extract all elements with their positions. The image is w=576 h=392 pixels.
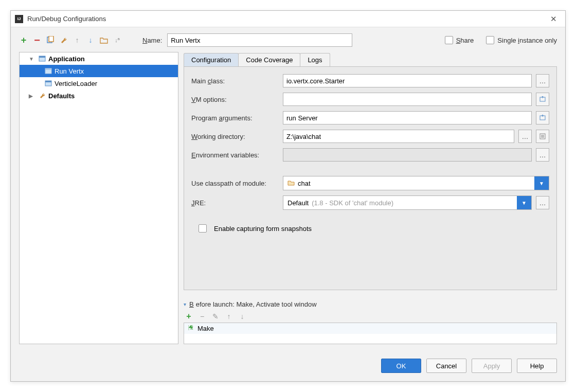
name-input[interactable]	[167, 33, 352, 47]
sort-button[interactable]: ↓ª	[113, 35, 122, 45]
browse-working-dir-button[interactable]: …	[518, 130, 532, 143]
program-args-input[interactable]	[283, 111, 532, 124]
cancel-button[interactable]: Cancel	[426, 359, 466, 373]
main-class-label: Main class:	[191, 77, 279, 85]
working-dir-input[interactable]	[283, 130, 514, 143]
svg-rect-5	[45, 68, 51, 70]
tab-configuration[interactable]: Configuration	[184, 53, 239, 66]
intellij-icon	[15, 15, 23, 23]
svg-rect-7	[45, 81, 51, 82]
jre-dropdown[interactable]: Default (1.8 - SDK of 'chat' module) ▼	[283, 195, 532, 210]
configuration-form: Main class: … VM options: Program argume…	[184, 66, 557, 290]
run-debug-dialog: Run/Debug Configurations ✕ + − ↑ ↓ ↓ª	[10, 10, 566, 382]
tree-node-defaults[interactable]: ▶ Defaults	[20, 90, 178, 102]
chevron-down-icon: ▼	[534, 176, 549, 190]
run-config-icon	[44, 67, 52, 75]
bl-edit-button[interactable]: ✎	[211, 312, 220, 320]
single-instance-checkbox[interactable]	[486, 36, 494, 44]
bl-remove-button[interactable]: −	[198, 312, 206, 320]
tree-node-application[interactable]: ▼ Application	[20, 52, 178, 65]
add-config-button[interactable]: +	[19, 35, 28, 45]
classpath-dropdown[interactable]: chat ▼	[283, 176, 549, 190]
name-label: Name:	[142, 37, 162, 44]
classpath-label: Use classpath of module:	[191, 180, 279, 187]
ok-button[interactable]: OK	[381, 359, 421, 373]
browse-main-class-button[interactable]: …	[536, 74, 549, 87]
tree-node-verticle-loader[interactable]: VerticleLoader	[20, 77, 178, 90]
dialog-buttons: OK Cancel Apply Help	[11, 350, 565, 381]
env-vars-input[interactable]	[283, 148, 532, 162]
bl-item-make[interactable]: 0101 Make	[184, 323, 556, 334]
remove-config-button[interactable]: −	[32, 35, 42, 45]
expand-vm-options-button[interactable]	[536, 93, 549, 106]
working-dir-list-button[interactable]	[536, 130, 549, 143]
program-args-label: Program arguments:	[191, 114, 279, 122]
svg-text:01: 01	[190, 327, 193, 330]
expand-program-args-button[interactable]	[536, 111, 549, 124]
vm-options-input[interactable]	[283, 93, 532, 106]
working-dir-label: Working directory:	[191, 133, 279, 140]
copy-config-button[interactable]	[46, 35, 55, 45]
move-down-button[interactable]: ↓	[86, 35, 95, 45]
folder-button[interactable]	[99, 35, 109, 45]
bl-down-button[interactable]: ↓	[238, 312, 246, 320]
edit-defaults-button[interactable]	[59, 35, 68, 45]
share-label: Share	[456, 37, 474, 44]
make-icon: 0101	[187, 324, 194, 333]
tab-logs[interactable]: Logs	[300, 53, 330, 66]
svg-rect-1	[49, 36, 53, 42]
enable-snapshots-checkbox[interactable]	[199, 224, 207, 233]
chevron-down-icon: ▼	[517, 196, 531, 209]
titlebar: Run/Debug Configurations ✕	[11, 11, 565, 27]
application-icon	[38, 55, 46, 63]
config-tree[interactable]: ▼ Application Run Vertx Verti	[19, 52, 178, 344]
env-vars-label: Environment variables:	[191, 151, 279, 159]
dialog-title: Run/Debug Configurations	[27, 15, 546, 23]
module-icon	[287, 179, 295, 188]
before-launch-header[interactable]: Before launch: Make, Activate tool windo…	[184, 300, 557, 308]
move-up-button[interactable]: ↑	[73, 35, 82, 45]
run-config-icon	[44, 79, 52, 87]
single-instance-label: Single instance only	[497, 37, 557, 44]
browse-env-vars-button[interactable]: …	[536, 148, 549, 162]
close-icon[interactable]: ✕	[546, 12, 561, 26]
enable-snapshots-label: Enable capturing form snapshots	[214, 225, 312, 233]
svg-rect-3	[39, 56, 45, 58]
tree-node-run-vertx[interactable]: Run Vertx	[20, 65, 178, 77]
tab-code-coverage[interactable]: Code Coverage	[238, 53, 300, 66]
config-tabs: Configuration Code Coverage Logs	[184, 52, 557, 66]
browse-jre-button[interactable]: …	[536, 196, 549, 209]
main-class-input[interactable]	[283, 74, 532, 87]
before-launch-list[interactable]: 0101 Make	[184, 323, 557, 344]
jre-label: JRE:	[191, 199, 279, 207]
bl-add-button[interactable]: +	[185, 312, 193, 320]
vm-options-label: VM options:	[191, 96, 279, 103]
bl-up-button[interactable]: ↑	[225, 312, 233, 320]
config-toolbar: + − ↑ ↓ ↓ª	[19, 33, 122, 47]
help-button[interactable]: Help	[517, 359, 557, 373]
share-checkbox[interactable]	[445, 36, 453, 44]
apply-button[interactable]: Apply	[472, 359, 512, 373]
wrench-icon	[38, 92, 46, 100]
